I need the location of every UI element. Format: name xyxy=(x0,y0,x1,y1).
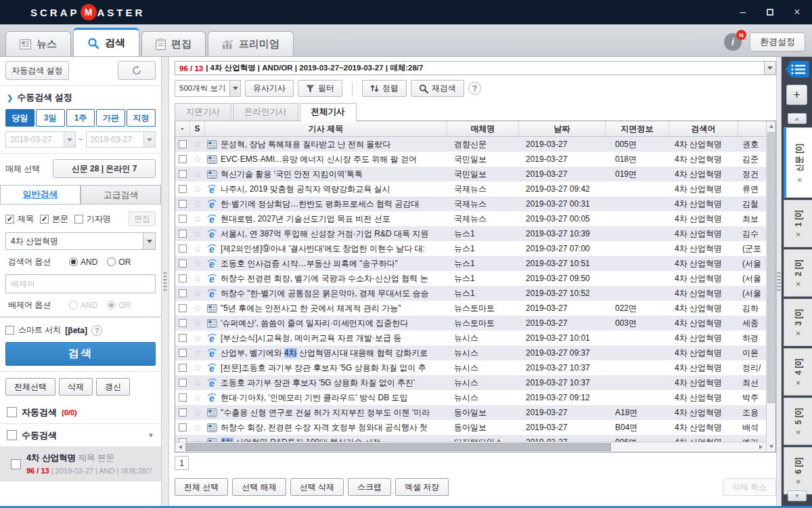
tab-advanced-search[interactable]: 고급검색 xyxy=(81,185,161,204)
table-row[interactable]: ☆e현대로템, 2027년 기술선도기업 목표 비전 선포국제뉴스2019-03… xyxy=(175,211,775,226)
article-title[interactable]: 조동호 과기부 장관 후보자 '5G 상용화 차질 없이 추진' xyxy=(221,377,415,389)
settings-button[interactable]: 환경설정 xyxy=(750,33,805,51)
row-checkbox[interactable] xyxy=(179,289,187,297)
scroll-tabs-up-button[interactable] xyxy=(788,113,807,124)
article-title[interactable]: [제2의인생]⑨아내 '결사반대'에도 창업한 이현수 날다 대: xyxy=(221,243,425,255)
table-row[interactable]: ☆"수출용 신형 연구로 건설 허가 지지부진 정부도 이젠 '미라동아일보20… xyxy=(175,405,775,420)
scroll-tabs-down-button[interactable] xyxy=(788,490,807,501)
tab-edit[interactable]: 편집 xyxy=(141,31,206,56)
table-row[interactable]: ☆EVC·EMS·AMI...유망 에너지 신시장 주도 위해 팔 걷어국민일보… xyxy=(175,152,775,167)
table-row[interactable]: ☆e한·벨기에 정상회담…한반도 평화프로세스 협력 공감대국제뉴스2019-0… xyxy=(175,196,775,211)
scrap-tab-5[interactable]: ×5 [0] xyxy=(784,398,812,445)
star-icon[interactable]: ☆ xyxy=(194,214,202,224)
row-checkbox[interactable] xyxy=(179,349,187,357)
star-icon[interactable]: ☆ xyxy=(194,333,202,343)
table-row[interactable]: ☆"5년 후에는 안전사고 한 곳에서 체계적 관리 가능"뉴스토마토2019-… xyxy=(175,301,775,316)
tab-search[interactable]: 검색 xyxy=(73,28,139,56)
article-title[interactable]: 산업부, 벨기에와 4차 산업혁명시대 대응해 협력 강화키로 xyxy=(221,347,428,359)
auto-search-group-row[interactable]: 자동검색 (0/0) xyxy=(0,401,161,424)
title-checkbox[interactable] xyxy=(5,215,14,224)
article-title[interactable]: '슈퍼예산', 씀씀이 줄여 일자리·미세먼지에 집중한다 xyxy=(221,318,408,329)
horizontal-scroll-thumb[interactable] xyxy=(185,443,611,451)
close-tab-icon[interactable]: × xyxy=(793,430,803,435)
tab-all-articles[interactable]: 전체기사 xyxy=(300,103,357,121)
right-splitter[interactable] xyxy=(776,57,782,506)
close-tab-icon[interactable]: × xyxy=(793,282,803,287)
delete-query-button[interactable]: 삭제 xyxy=(59,378,93,396)
body-checkbox[interactable] xyxy=(40,215,49,224)
reporter-checkbox[interactable] xyxy=(74,215,83,224)
header-title[interactable]: 기사 제목 xyxy=(205,121,447,136)
auto-search-settings-button[interactable]: 자동검색 설정 xyxy=(5,61,69,80)
tab-premium[interactable]: 프리미엄 xyxy=(208,31,294,56)
scrap-tab-newspaper[interactable]: ×신문 [0] xyxy=(784,127,812,198)
row-checkbox[interactable] xyxy=(179,230,187,238)
scrap-tab-4[interactable]: ×4 [0] xyxy=(784,348,812,396)
row-checkbox[interactable] xyxy=(179,155,187,163)
keyword-select[interactable]: 4차 산업혁명 xyxy=(5,232,156,250)
table-row[interactable]: ☆e서울시, 연 387억 투입해 신성장 거점·기업 R&D 대폭 지원뉴스1… xyxy=(175,226,775,241)
result-summary-select[interactable]: 96 / 13 | 4차 산업혁명 | AND/OR | 2019-03-27~… xyxy=(175,61,776,75)
maximize-button[interactable] xyxy=(765,7,775,18)
article-title[interactable]: [부산소식]시교육청, 메이커교육 자료 개발·보급 등 xyxy=(221,333,401,344)
media-select-button[interactable]: 신문 28 | 온라인 7 xyxy=(53,159,156,178)
article-title[interactable]: "수출용 신형 연구로 건설 허가 지지부진 정부도 이젠 '미라 xyxy=(221,407,430,419)
row-checkbox[interactable] xyxy=(179,304,187,312)
info-icon[interactable]: iN xyxy=(724,33,742,51)
header-reporter[interactable] xyxy=(738,121,767,136)
page-number-button[interactable]: 1 xyxy=(175,456,189,470)
table-row[interactable]: ☆허창수 회장, 전경련 수장 자격 文정부 청와대 공식행사 첫동아일보201… xyxy=(175,420,775,435)
header-star[interactable]: S xyxy=(190,121,205,136)
sort-button[interactable]: 정렬 xyxy=(362,80,407,97)
scrap-list-icon[interactable] xyxy=(785,60,809,79)
keyword-and-radio[interactable] xyxy=(69,257,78,266)
table-row[interactable]: ☆e조동호 인사검증 시작…부동산 의혹에 "송구하다"뉴스12019-03-2… xyxy=(175,256,775,271)
article-title[interactable]: [전문]조동호 과기부 장관 후보자 '5G 상용화 차질 없이 추 xyxy=(221,362,426,374)
table-row[interactable]: ☆e[부산소식]시교육청, 메이커교육 자료 개발·보급 등뉴시스2019-03… xyxy=(175,331,775,345)
star-icon[interactable]: ☆ xyxy=(194,303,202,313)
manual-search-checkbox[interactable] xyxy=(7,430,17,440)
query-checkbox[interactable] xyxy=(11,459,21,469)
edit-keywords-button[interactable]: 편집 xyxy=(129,211,156,226)
row-checkbox[interactable] xyxy=(179,185,187,193)
close-tab-icon[interactable]: × xyxy=(793,381,803,385)
excel-save-button[interactable]: 엑셀 저장 xyxy=(395,478,449,496)
scrap-tab-2[interactable]: ×2 [0] xyxy=(784,249,812,297)
row-checkbox[interactable] xyxy=(179,394,187,402)
table-row[interactable]: ☆e[제2의인생]⑨아내 '결사반대'에도 창업한 이현수 날다 대:뉴스120… xyxy=(175,241,775,256)
table-row[interactable]: ☆문성혁, 장남 특혜채용 질타받고 난 전혀 몰랐다경향신문2019-03-2… xyxy=(175,137,775,152)
vertical-scrollbar[interactable] xyxy=(766,121,775,452)
article-title[interactable]: 혁신기술 활용 '국민 안전 지킴이역'톡톡 xyxy=(221,169,363,180)
undo-delete-button[interactable]: 삭제 취소 xyxy=(723,478,776,496)
table-row[interactable]: ☆혁신기술 활용 '국민 안전 지킴이역'톡톡국민일보2019-03-27019… xyxy=(175,167,775,182)
scrap-tab-3[interactable]: ×3 [0] xyxy=(784,299,812,346)
article-title[interactable]: "5년 후에는 안전사고 한 곳에서 체계적 관리 가능" xyxy=(221,303,401,314)
star-icon[interactable]: ☆ xyxy=(194,244,202,253)
article-title[interactable]: 허창수 전경련 회장, 벨기에 국왕과 수소차·신산업 협력 논 xyxy=(221,273,428,284)
exclude-and-radio[interactable] xyxy=(69,301,78,310)
article-title[interactable]: 허창수 "한-벨기에 공통점은 붉은악마, 경제 무대서도 승승 xyxy=(221,288,429,299)
exclude-or-radio[interactable] xyxy=(107,301,116,310)
header-page-info[interactable]: 지면정보 xyxy=(606,121,669,136)
select-all-queries-button[interactable]: 전체선택 xyxy=(5,378,55,396)
smart-search-checkbox[interactable] xyxy=(5,326,14,335)
add-scrap-tab-button[interactable]: + xyxy=(786,85,807,105)
article-title[interactable]: 현대·기아차, '인메모리 기반 클라우드' 방식 DB 도입 xyxy=(221,392,408,404)
article-title[interactable]: 조동호 인사검증 시작…부동산 의혹에 "송구하다" xyxy=(221,258,398,270)
filter-button[interactable]: 필터 xyxy=(298,80,342,97)
period-early-edition-button[interactable]: 가판 xyxy=(96,109,125,127)
period-1week-button[interactable]: 1주 xyxy=(66,109,95,127)
refresh-button[interactable] xyxy=(118,61,156,80)
header-media[interactable]: 매체명 xyxy=(447,121,519,136)
period-today-button[interactable]: 당일 xyxy=(5,109,35,127)
tab-normal-search[interactable]: 일반검색 xyxy=(0,185,81,204)
help-icon[interactable]: ? xyxy=(91,325,102,336)
row-checkbox[interactable] xyxy=(179,245,187,253)
scroll-up-icon[interactable] xyxy=(767,121,775,131)
horizontal-scrollbar[interactable] xyxy=(175,442,766,452)
star-icon[interactable]: ☆ xyxy=(194,318,202,328)
star-icon[interactable]: ☆ xyxy=(194,408,202,417)
scroll-right-icon[interactable] xyxy=(756,442,766,452)
close-tab-icon[interactable]: × xyxy=(793,331,803,336)
table-row[interactable]: ☆e현대·기아차, '인메모리 기반 클라우드' 방식 DB 도입뉴시스2019… xyxy=(175,390,775,405)
